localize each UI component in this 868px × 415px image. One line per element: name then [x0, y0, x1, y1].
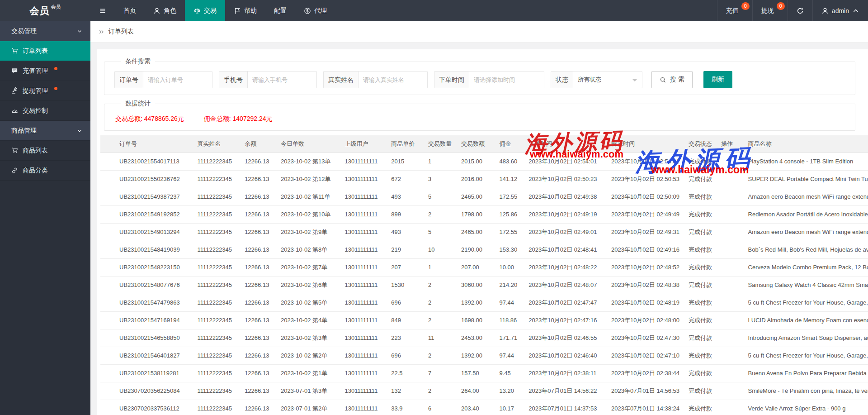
table-cell: 2453.00 — [457, 329, 495, 347]
table-cell: 12266.13 — [240, 258, 276, 276]
sidebar-item-goods-category-label: 商品分类 — [23, 167, 48, 175]
table-cell: 5 cu ft Chest Freezer for Your House, Ga… — [744, 347, 868, 364]
table-cell: 2023-10-02 第11单 — [276, 188, 340, 205]
table-cell: 2023年10月02日 02:48:38 — [607, 276, 684, 294]
table-cell: 2023年10月02日 02:38:44 — [607, 364, 684, 382]
real-name-field[interactable] — [359, 72, 427, 88]
table-cell: 13011111111 — [340, 205, 387, 223]
column-header: 真实姓名 — [193, 135, 240, 153]
table-cell: 12266.13 — [240, 382, 276, 400]
sidebar-item-recharge-mgmt[interactable]: 充值管理 — [0, 61, 90, 81]
sidebar-group-goods-label: 商品管理 — [11, 127, 37, 135]
table-cell: UB2310021548419039 — [100, 241, 193, 258]
table-cell: 2023-10-02 第6单 — [276, 276, 340, 294]
person-icon — [153, 7, 160, 14]
nav-item-help[interactable]: 帮助 — [225, 0, 265, 21]
nav-item-trade[interactable]: 交易 — [185, 0, 225, 21]
breadcrumb: 订单列表 — [90, 21, 868, 43]
app-logo-sup: 会员 — [51, 4, 61, 10]
table-cell: 11112222345 — [193, 382, 240, 400]
table-cell: 172.55 — [495, 188, 524, 205]
table-cell: 11112222345 — [193, 241, 240, 258]
table-cell: 483.60 — [495, 153, 524, 170]
nav-item-trade-label: 交易 — [204, 7, 217, 15]
table-cell: 2023年07月01日 14:56:53 — [607, 382, 684, 400]
table-cell: 11112222345 — [193, 276, 240, 294]
table-cell: 899 — [387, 205, 424, 223]
sidebar-item-withdraw-mgmt[interactable]: 提现管理 — [0, 81, 90, 101]
user-menu[interactable]: admin — [812, 0, 868, 21]
table-cell: 10.00 — [495, 258, 524, 276]
search-button-label: 搜 索 — [670, 76, 684, 84]
table-cell: 132 — [387, 382, 424, 400]
sidebar-item-order-list[interactable]: 订单列表 — [0, 41, 90, 61]
table-cell: 2023年07月01日 14:56:22 — [524, 382, 607, 400]
table-cell: 13011111111 — [340, 153, 387, 170]
table-cell: 1392.00 — [457, 347, 495, 364]
table-cell: 118.86 — [495, 311, 524, 329]
table-cell: 11112222345 — [193, 170, 240, 188]
table-cell: 7 — [424, 364, 457, 382]
table-row: UB23100215471691941111222234512266.13202… — [100, 311, 868, 329]
table-row: UB23100215490132941111222234512266.13202… — [100, 223, 868, 241]
order-no-field-label: 订单号 — [115, 72, 143, 88]
status-select-group: 状态所有状态 — [551, 71, 642, 88]
table-row: UB23100215493872371111222234512266.13202… — [100, 188, 868, 205]
order-no-field[interactable] — [143, 72, 212, 88]
column-header: 交易状态 — [684, 135, 717, 153]
nav-refresh-button[interactable] — [788, 0, 812, 21]
sidebar-group-trade[interactable]: 交易管理 — [0, 21, 90, 41]
orders-table-wrap: 订单号真实姓名余额今日单数上级用户商品单价交易数量交易数额佣金下单时间解冻时间交… — [100, 135, 868, 415]
order-time-field-group: 下单时间 — [434, 71, 544, 88]
status-select[interactable]: 所有状态 — [573, 72, 642, 88]
stat-item: 佣金总额: 1407292.24元 — [204, 115, 273, 123]
column-header: 余额 — [240, 135, 276, 153]
sidebar-item-goods-list[interactable]: 商品列表 — [0, 141, 90, 161]
table-cell: 2023年10月02日 02:50:53 — [607, 170, 684, 188]
nav-item-home[interactable]: 首页 — [115, 0, 145, 21]
table-cell: 完成付款 — [684, 276, 717, 294]
order-time-field[interactable] — [469, 72, 544, 88]
sidebar-item-trade-control-label: 交易控制 — [23, 107, 48, 115]
table-cell: 13011111111 — [340, 400, 387, 415]
table-cell: 2023年10月02日 02:47:30 — [607, 329, 684, 347]
hamburger-button[interactable] — [90, 0, 115, 21]
nav-item-agent[interactable]: 代理 — [295, 0, 335, 21]
table-row: UB23100215474798631111222234512266.13202… — [100, 294, 868, 311]
table-cell — [717, 205, 744, 223]
table-cell: 12266.13 — [240, 311, 276, 329]
phone-field[interactable] — [248, 72, 316, 88]
table-cell: 完成付款 — [684, 188, 717, 205]
table-cell: PlayStation 4 console - 1TB Slim Edition — [744, 153, 868, 170]
table-cell: UB2310021547479863 — [100, 294, 193, 311]
nav-item-role[interactable]: 角色 — [145, 0, 185, 21]
stats-line: 交易总额: 4478865.26元佣金总额: 1407292.24元 — [114, 113, 855, 124]
sidebar-item-withdraw-mgmt-label: 提现管理 — [23, 87, 48, 95]
table-cell: 2023-10-02 第13单 — [276, 153, 340, 170]
table-cell: 2023-10-02 第12单 — [276, 170, 340, 188]
table-cell: 12266.13 — [240, 400, 276, 415]
nav-item-withdraw[interactable]: 提现0 — [752, 0, 788, 21]
table-cell: 13011111111 — [340, 223, 387, 241]
table-cell: 13011111111 — [340, 329, 387, 347]
sidebar-item-goods-category[interactable]: 商品分类 — [0, 161, 90, 181]
refresh-button[interactable]: 刷新 — [703, 71, 732, 88]
table-row: UB23100215502367621111222234512266.13202… — [100, 170, 868, 188]
table-cell: UB2310021550236762 — [100, 170, 193, 188]
cart-icon — [11, 147, 18, 154]
table-cell: 33.9 — [387, 400, 424, 415]
nav-item-config[interactable]: 配置 — [265, 0, 295, 21]
column-header: 商品名称 — [744, 135, 868, 153]
table-cell: 3060.00 — [457, 276, 495, 294]
table-cell: 1392.00 — [457, 294, 495, 311]
table-cell: Redlemon Asador Portátil de Acero Inoxid… — [744, 205, 868, 223]
sidebar-group-goods[interactable]: 商品管理 — [0, 121, 90, 141]
nav-item-recharge[interactable]: 充值0 — [717, 0, 752, 21]
table-cell: 696 — [387, 347, 424, 364]
table-cell: 11112222345 — [193, 400, 240, 415]
chevron-down-icon — [77, 128, 82, 134]
search-button[interactable]: 搜 索 — [651, 71, 693, 88]
table-cell: SmileMore - Té Piñalim con piña, linaza,… — [744, 382, 868, 400]
sidebar-item-trade-control[interactable]: 交易控制 — [0, 101, 90, 121]
nav-item-home-label: 首页 — [123, 7, 136, 15]
